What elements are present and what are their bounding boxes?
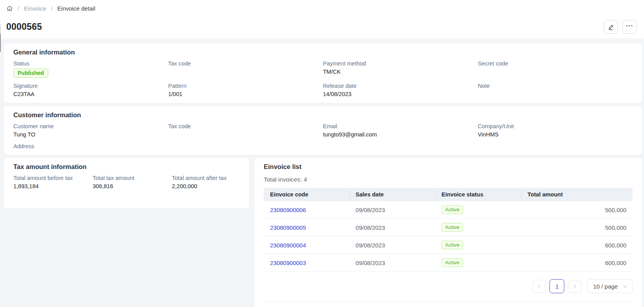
sales-date-cell: 09/08/2023: [349, 219, 435, 236]
einvoice-code-link[interactable]: 23080900006: [270, 207, 306, 213]
main-content: General information Status Published Tax…: [0, 38, 644, 307]
general-information-title: General information: [13, 49, 633, 56]
status-badge: Published: [13, 69, 48, 78]
status-badge: Active: [441, 241, 463, 249]
table-row: 23080900003 09/08/2023 Active 600,000: [264, 254, 633, 272]
field-customer-tax-code: Tax code: [168, 123, 323, 138]
field-total-before-tax: Total amount before tax 1,893,184: [13, 175, 93, 190]
table-header-row: Einvoice code Sales date Einvoice status…: [264, 188, 633, 201]
sales-date-cell: 09/08/2023: [349, 236, 435, 254]
page-size-select[interactable]: 10 / page: [587, 279, 633, 293]
einvoice-list-card: Einvoice list Total invoices: 4 Einvoice…: [254, 158, 642, 307]
field-signature: Signature C23TAA: [13, 83, 168, 98]
ellipsis-icon: ···: [626, 23, 633, 31]
field-secret-code: Secret code: [478, 60, 633, 78]
table-row: 23080900005 09/08/2023 Active 500,000: [264, 219, 633, 236]
next-page-button[interactable]: [568, 280, 582, 293]
field-company-unit: Company/Unit VinHMS: [478, 123, 633, 138]
total-amount-cell: 600,000: [521, 254, 633, 272]
general-information-card: General information Status Published Tax…: [4, 44, 642, 103]
edit-button[interactable]: [604, 20, 618, 34]
einvoice-code-link[interactable]: 23080900005: [270, 224, 306, 231]
table-row: 23080900004 09/08/2023 Active 600,000: [264, 236, 633, 254]
column-total-amount: Total amount: [521, 188, 633, 201]
prev-page-button[interactable]: [532, 280, 546, 293]
status-badge: Active: [441, 205, 463, 214]
field-email: Email tungto93@gmail.com: [323, 123, 478, 138]
field-status: Status Published: [13, 60, 168, 78]
field-pattern: Pattern 1/001: [168, 83, 323, 98]
customer-information-title: Customer information: [13, 111, 633, 119]
title-actions: ···: [604, 20, 637, 34]
einvoice-code-link[interactable]: 23080900003: [270, 260, 306, 266]
chevron-down-icon: [622, 284, 628, 289]
chevron-right-icon: [573, 284, 577, 289]
tax-amount-card: Tax amount information Total amount befo…: [4, 158, 249, 208]
field-tax-code: Tax code: [168, 60, 323, 78]
field-note: Note: [478, 83, 633, 98]
breadcrumb-separator: /: [51, 5, 53, 12]
page-size-value: 10 / page: [593, 283, 618, 290]
pagination: 1 10 / page: [264, 272, 633, 302]
total-invoices-label: Total invoices: 4: [264, 176, 633, 183]
total-amount-cell: 600,000: [521, 236, 633, 254]
field-address: Address: [13, 143, 168, 149]
page-header: / Einvoice / Einvoice detail 0000565 ···: [0, 0, 644, 38]
status-badge: Active: [441, 258, 463, 267]
total-amount-cell: 500,000: [521, 201, 633, 219]
table-row: 23080900006 09/08/2023 Active 500,000: [264, 201, 633, 219]
page-title: 0000565: [6, 22, 42, 32]
page-1-button[interactable]: 1: [549, 279, 564, 293]
einvoice-code-link[interactable]: 23080900004: [270, 242, 306, 249]
sales-date-cell: 09/08/2023: [349, 254, 435, 272]
field-customer-name: Customer name Tung TO: [13, 123, 168, 138]
edit-pencil-icon: [608, 24, 614, 30]
breadcrumb-einvoice[interactable]: Einvoice: [24, 5, 46, 12]
einvoice-table: Einvoice code Sales date Einvoice status…: [264, 188, 633, 272]
status-badge: Active: [441, 223, 463, 232]
einvoice-list-title: Einvoice list: [264, 163, 633, 171]
more-actions-button[interactable]: ···: [622, 20, 637, 34]
home-icon[interactable]: [6, 5, 13, 12]
total-amount-cell: 500,000: [521, 219, 633, 236]
column-sales-date: Sales date: [349, 188, 435, 201]
customer-information-card: Customer information Customer name Tung …: [4, 106, 642, 155]
tax-amount-title: Tax amount information: [13, 163, 240, 171]
column-einvoice-code: Einvoice code: [264, 188, 349, 201]
field-total-tax-amount: Total tax amount 306,816: [93, 175, 172, 190]
field-total-after-tax: Total amount after tax 2,200,000: [172, 175, 240, 190]
breadcrumb-separator: /: [18, 5, 19, 12]
breadcrumb-current: Einvoice detail: [57, 5, 95, 12]
sales-date-cell: 09/08/2023: [349, 201, 435, 219]
breadcrumb: / Einvoice / Einvoice detail: [6, 5, 638, 12]
window-edge-artifact: [0, 24, 1, 52]
chevron-left-icon: [537, 284, 542, 289]
field-payment-method: Payment method TM/CK: [323, 60, 478, 78]
column-einvoice-status: Einvoice status: [435, 188, 521, 201]
field-release-date: Release date 14/08/2023: [323, 83, 478, 98]
